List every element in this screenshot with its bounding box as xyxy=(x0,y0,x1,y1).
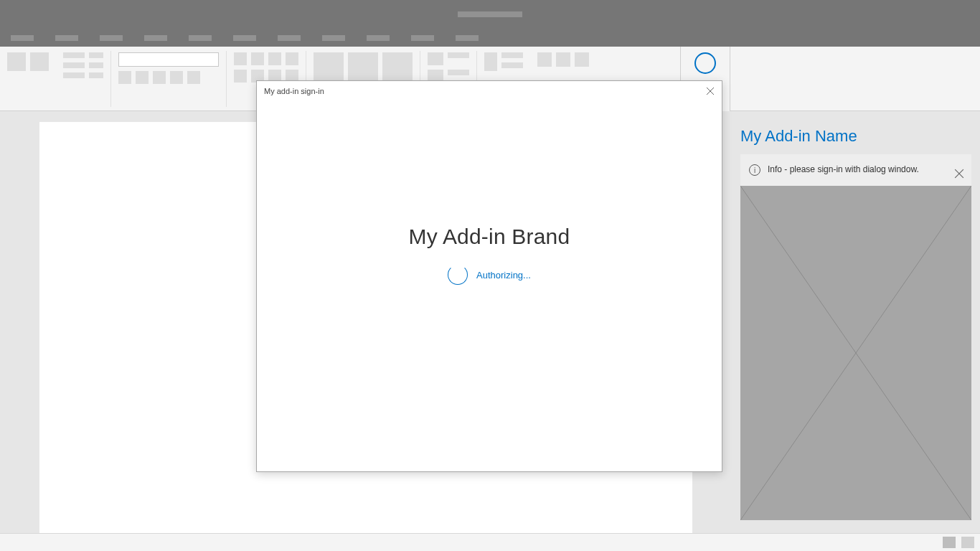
dialog-header: My add-in sign-in xyxy=(257,81,722,101)
auth-status-row: Authorizing... xyxy=(448,265,531,285)
taskpane-title: My Add-in Name xyxy=(732,111,980,154)
ribbon-button[interactable] xyxy=(63,52,85,58)
signin-dialog: My add-in sign-in My Add-in Brand Author… xyxy=(256,80,722,472)
ribbon-tab[interactable] xyxy=(189,35,212,41)
close-icon[interactable] xyxy=(706,87,715,95)
ribbon-button[interactable] xyxy=(251,52,264,65)
brand-heading: My Add-in Brand xyxy=(409,225,570,249)
ribbon-button[interactable] xyxy=(89,52,103,58)
ribbon-button[interactable] xyxy=(556,52,570,67)
ribbon-tab[interactable] xyxy=(100,35,123,41)
taskpane-content-placeholder xyxy=(740,186,971,520)
ribbon-tab[interactable] xyxy=(55,35,78,41)
ribbon-tab[interactable] xyxy=(233,35,256,41)
dialog-body: My Add-in Brand Authorizing... xyxy=(257,225,722,285)
info-icon: i xyxy=(749,164,760,176)
ribbon-tab[interactable] xyxy=(411,35,434,41)
ribbon-button[interactable] xyxy=(501,52,523,58)
ribbon-button[interactable] xyxy=(537,52,552,67)
status-bar xyxy=(0,533,980,551)
ribbon-tab[interactable] xyxy=(456,35,479,41)
ribbon-tab[interactable] xyxy=(278,35,301,41)
spinner-icon xyxy=(448,265,468,285)
ribbon-group xyxy=(111,47,226,88)
ribbon-tab-strip xyxy=(0,29,980,47)
ribbon-button[interactable] xyxy=(187,71,200,84)
close-icon[interactable] xyxy=(954,169,964,179)
ribbon-button[interactable] xyxy=(89,72,103,78)
ribbon-tab[interactable] xyxy=(322,35,345,41)
titlebar-placeholder xyxy=(458,11,522,17)
view-mode-button[interactable] xyxy=(961,537,974,548)
ribbon-button[interactable] xyxy=(484,52,497,71)
ribbon-button[interactable] xyxy=(448,70,469,75)
ribbon-group xyxy=(530,47,596,71)
ribbon-button[interactable] xyxy=(234,52,247,65)
addin-circle-icon xyxy=(694,52,716,74)
info-message: Info - please sign-in with dialog window… xyxy=(768,164,919,174)
ribbon-button[interactable] xyxy=(428,52,443,65)
ribbon-button[interactable] xyxy=(448,52,469,58)
ribbon-button[interactable] xyxy=(63,62,85,68)
ribbon-button[interactable] xyxy=(30,52,49,71)
dialog-title: My add-in sign-in xyxy=(264,87,324,95)
ribbon-tab[interactable] xyxy=(11,35,34,41)
ribbon-group xyxy=(477,47,530,75)
ribbon-button[interactable] xyxy=(63,72,85,78)
info-bar: i Info - please sign-in with dialog wind… xyxy=(740,154,971,186)
ribbon-button[interactable] xyxy=(153,71,166,84)
ribbon-button[interactable] xyxy=(501,62,523,68)
ribbon-button[interactable] xyxy=(136,71,149,84)
view-mode-button[interactable] xyxy=(943,537,956,548)
ribbon-tab[interactable] xyxy=(367,35,390,41)
ribbon-group xyxy=(56,47,110,83)
ribbon-group xyxy=(0,47,56,75)
ribbon-button[interactable] xyxy=(170,71,183,84)
ribbon-button[interactable] xyxy=(575,52,589,67)
window-titlebar xyxy=(0,0,980,29)
ribbon-button[interactable] xyxy=(234,70,247,83)
ribbon-button[interactable] xyxy=(89,62,103,68)
ribbon-font-input[interactable] xyxy=(118,52,219,67)
addin-taskpane: My Add-in Name i Info - please sign-in w… xyxy=(732,111,980,533)
ribbon-button[interactable] xyxy=(118,71,131,84)
ribbon-button[interactable] xyxy=(286,52,298,65)
ribbon-button[interactable] xyxy=(7,52,26,71)
auth-status-text: Authorizing... xyxy=(476,270,531,281)
ribbon-button[interactable] xyxy=(268,52,281,65)
ribbon-tab[interactable] xyxy=(144,35,167,41)
